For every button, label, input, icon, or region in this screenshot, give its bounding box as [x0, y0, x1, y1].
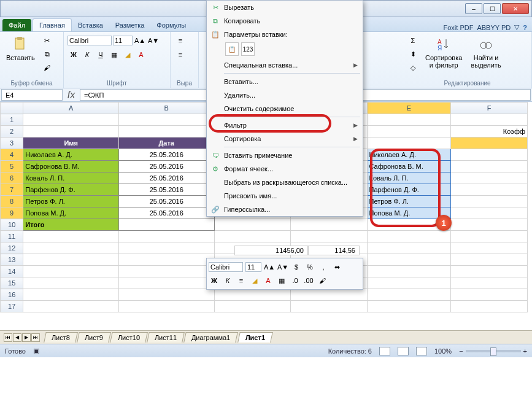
cell[interactable]: Сафронова В. М.: [23, 161, 119, 172]
row-header[interactable]: 2: [1, 126, 23, 138]
cell[interactable]: Коэфф: [451, 126, 528, 138]
mini-merge-icon[interactable]: ⬌: [331, 261, 342, 273]
sheet-tab[interactable]: Лист10: [110, 332, 148, 343]
cell[interactable]: Петров Ф. Л.: [367, 196, 451, 207]
mini-currency-icon[interactable]: $: [291, 261, 302, 273]
mini-bold-icon[interactable]: Ж: [209, 275, 220, 286]
mini-comma-icon[interactable]: ,: [318, 261, 329, 273]
cell[interactable]: Петров Ф. Л.: [23, 196, 119, 207]
mini-borders-icon[interactable]: ▦: [276, 275, 287, 286]
tab-formulas[interactable]: Формулы: [150, 19, 192, 31]
row-header[interactable]: 10: [1, 219, 23, 231]
zoom-slider[interactable]: [466, 350, 521, 352]
row-header[interactable]: 6: [1, 172, 23, 184]
row-header[interactable]: 4: [1, 149, 23, 161]
col-header-b[interactable]: B: [118, 103, 214, 114]
ribbon-minimize-icon[interactable]: ▽: [514, 23, 519, 31]
ctx-define-name[interactable]: Присвоить имя...: [207, 189, 363, 203]
mini-increase-decimal-icon[interactable]: .00: [303, 275, 314, 286]
col-header-e[interactable]: E: [367, 103, 451, 114]
select-all-corner[interactable]: [1, 103, 23, 114]
mini-grow-font-icon[interactable]: A▲: [264, 261, 275, 273]
cell-total[interactable]: Итого: [23, 219, 119, 231]
sheet-tab[interactable]: Лист1: [237, 332, 273, 343]
tab-file[interactable]: Файл: [2, 19, 31, 31]
font-color-icon[interactable]: A: [135, 48, 147, 61]
cell[interactable]: Сафронова В. М.: [367, 161, 451, 172]
shrink-font-icon[interactable]: A▼: [147, 34, 160, 47]
ctx-filter[interactable]: Фильтр▶: [207, 118, 363, 132]
cell[interactable]: Попова М. Д.: [23, 207, 119, 219]
help-icon[interactable]: ?: [523, 24, 527, 31]
row-header[interactable]: 1: [1, 114, 23, 126]
bold-icon[interactable]: Ж: [67, 48, 80, 61]
mini-shrink-font-icon[interactable]: A▼: [277, 261, 288, 273]
row-header[interactable]: 7: [1, 184, 23, 196]
font-size-select[interactable]: [113, 36, 133, 45]
cell[interactable]: 25.05.2016: [118, 207, 214, 219]
sheet-nav-prev[interactable]: ◀: [13, 333, 21, 342]
align-top-icon[interactable]: ≡: [174, 34, 187, 47]
underline-icon[interactable]: Ч: [94, 48, 107, 61]
align-left-icon[interactable]: ≡: [174, 48, 187, 61]
row-header[interactable]: 3: [1, 138, 23, 149]
row-header[interactable]: 11: [1, 231, 23, 242]
find-select-button[interactable]: Найти и выделить: [468, 34, 503, 70]
paste-button[interactable]: Вставить: [4, 34, 37, 63]
window-minimize-button[interactable]: –: [465, 3, 482, 14]
ctx-insert-comment[interactable]: 🗨Вставить примечание: [207, 149, 363, 162]
ctx-format-cells[interactable]: ⚙Формат ячеек...: [207, 162, 363, 176]
tab-abbyy[interactable]: ABBYY PD: [477, 24, 511, 31]
grow-font-icon[interactable]: A▲: [134, 34, 146, 47]
sheet-nav-next[interactable]: ▶: [22, 333, 31, 342]
row-header[interactable]: 9: [1, 207, 23, 219]
fx-icon[interactable]: fx: [64, 88, 79, 101]
zoom-level[interactable]: 100%: [434, 347, 452, 355]
ctx-insert[interactable]: Вставить...: [207, 75, 363, 88]
ctx-paste-special[interactable]: Специальная вставка...▶: [207, 58, 363, 72]
cell[interactable]: Николаев А. Д.: [367, 149, 451, 161]
row-header[interactable]: 8: [1, 196, 23, 207]
mini-decrease-decimal-icon[interactable]: .0: [290, 275, 301, 286]
mini-font-size[interactable]: [245, 262, 261, 272]
ctx-cut[interactable]: ✂Вырезать: [207, 1, 363, 14]
ctx-delete[interactable]: Удалить...: [207, 88, 363, 102]
fill-color-icon[interactable]: ◢: [121, 48, 134, 61]
ctx-copy[interactable]: ⧉Копировать: [207, 14, 363, 28]
tab-foxit[interactable]: Foxit PDF: [444, 24, 474, 31]
cell[interactable]: Николаев А. Д.: [23, 149, 119, 161]
font-name-select[interactable]: [67, 36, 112, 45]
cell[interactable]: 25.05.2016: [118, 184, 214, 196]
row-header[interactable]: 14: [1, 266, 23, 277]
cell[interactable]: 25.05.2016: [118, 149, 214, 161]
mini-italic-icon[interactable]: К: [222, 275, 233, 286]
tab-layout[interactable]: Разметка: [109, 19, 151, 31]
window-maximize-button[interactable]: ☐: [484, 3, 501, 14]
mini-fill-color-icon[interactable]: ◢: [249, 275, 260, 286]
col-header-a[interactable]: A: [23, 103, 119, 114]
clear-icon[interactable]: ◇: [407, 61, 419, 74]
cell[interactable]: 25.05.2016: [118, 196, 214, 207]
borders-icon[interactable]: ▦: [108, 48, 120, 61]
col-header-f[interactable]: F: [451, 103, 528, 114]
cell[interactable]: Парфенов Д. Ф.: [367, 184, 451, 196]
paste-option-values[interactable]: 123: [241, 42, 255, 56]
mini-percent-icon[interactable]: %: [304, 261, 315, 273]
sheet-nav-last[interactable]: ⏭: [31, 333, 40, 342]
mini-format-painter-icon[interactable]: 🖌: [317, 275, 328, 286]
view-page-break-icon[interactable]: [416, 347, 427, 355]
row-header[interactable]: 13: [1, 254, 23, 266]
tab-home[interactable]: Главная: [33, 18, 72, 31]
italic-icon[interactable]: К: [81, 48, 93, 61]
cell[interactable]: Парфенов Д. Ф.: [23, 184, 119, 196]
cell[interactable]: Коваль Л. П.: [23, 172, 119, 184]
name-box[interactable]: [1, 89, 63, 101]
sheet-tab[interactable]: Лист9: [77, 332, 111, 343]
copy-icon[interactable]: ⧉: [41, 48, 53, 60]
mini-font-color-icon[interactable]: A: [263, 275, 274, 286]
cell[interactable]: Коваль Л. П.: [367, 172, 451, 184]
cut-icon[interactable]: ✂: [41, 34, 53, 47]
format-painter-icon[interactable]: 🖌: [41, 61, 53, 74]
sheet-nav-first[interactable]: ⏮: [4, 333, 12, 342]
row-header[interactable]: 15: [1, 277, 23, 289]
